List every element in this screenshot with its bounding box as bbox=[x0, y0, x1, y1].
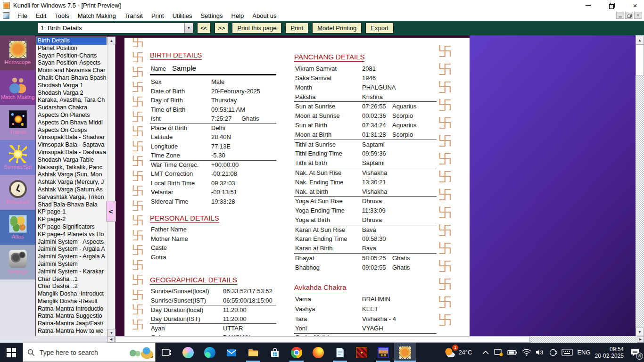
menu-item[interactable]: Transit bbox=[120, 12, 147, 19]
display-sync-button[interactable] bbox=[494, 348, 503, 357]
clock[interactable]: 09:54 20-02-2025 bbox=[595, 346, 624, 359]
store-button[interactable] bbox=[264, 343, 286, 362]
list-item[interactable]: KP page-2 bbox=[36, 216, 107, 223]
wifi-button[interactable] bbox=[522, 349, 531, 356]
list-item[interactable]: Vimsopak Bala - Shadvar bbox=[36, 134, 107, 141]
list-item[interactable]: Jaimini System - Argala A bbox=[36, 253, 107, 261]
list-item[interactable]: KP page-4 Planets vs Ho bbox=[36, 231, 107, 239]
file-explorer-button[interactable] bbox=[242, 343, 264, 362]
menu-item[interactable]: Utilities bbox=[168, 12, 197, 19]
list-item[interactable]: Jaimini System - Karakar bbox=[36, 268, 107, 276]
list-item[interactable]: Shodash Varga 1 bbox=[36, 82, 107, 90]
copilot-button[interactable] bbox=[177, 343, 199, 362]
list-item[interactable]: Birth Details bbox=[36, 37, 107, 45]
sidebar-item[interactable]: Settings bbox=[0, 245, 35, 280]
list-item[interactable]: Ratna-Mantra Jaap/Fast/ bbox=[36, 320, 107, 328]
battery-button[interactable] bbox=[507, 350, 518, 355]
list-item[interactable]: Ratna-Mantra Suggestio bbox=[36, 313, 107, 320]
list-item[interactable]: Sayan Position-Charts bbox=[36, 52, 107, 60]
search-input[interactable]: Type here to search bbox=[23, 343, 156, 362]
tray-overflow-button[interactable] bbox=[482, 350, 489, 355]
scroll-down-icon[interactable]: ▼ bbox=[107, 329, 116, 337]
sidebar-item[interactable]: Atlas bbox=[0, 210, 35, 245]
minimize-button[interactable] bbox=[583, 1, 593, 9]
list-item[interactable]: Ratna-Mantra Introductio bbox=[36, 305, 107, 313]
menu-item[interactable]: File bbox=[13, 12, 32, 19]
scroll-up-icon[interactable]: ▲ bbox=[107, 37, 116, 44]
toolbar-button[interactable]: Print bbox=[285, 23, 308, 33]
list-item[interactable]: Manglik Dosha -Introduct bbox=[36, 290, 107, 298]
list-item[interactable]: Char Dasha ..2 bbox=[36, 283, 107, 290]
vertical-scrollbar[interactable]: ▲ ▼ bbox=[636, 35, 644, 336]
scroll-left-icon[interactable]: ◀ bbox=[107, 336, 115, 343]
list-scrollbar[interactable]: ▲ ▼ < bbox=[107, 37, 115, 337]
list-item[interactable]: Aspects On Cusps bbox=[36, 127, 107, 134]
list-item[interactable]: Ashtak Varga (Sun, Moo bbox=[36, 171, 107, 179]
kundli6-button[interactable]: 6.0 bbox=[372, 343, 394, 362]
list-item[interactable]: Shodash Varga 2 bbox=[36, 90, 107, 97]
dropdown-arrow-icon[interactable]: ▼ bbox=[184, 23, 193, 33]
list-item[interactable]: Ashtak Varga (Saturn,As bbox=[36, 186, 107, 194]
volume-button[interactable] bbox=[536, 349, 545, 356]
notepad-button[interactable] bbox=[329, 343, 351, 362]
sidebar-item[interactable]: Horoscope bbox=[0, 35, 35, 70]
list-item[interactable]: Vimsopak Bala - Dashava bbox=[36, 149, 107, 156]
collapse-panel-button[interactable]: < bbox=[106, 201, 116, 222]
toolbar-button[interactable]: Model Printing bbox=[312, 23, 362, 33]
list-item[interactable]: Sayan Position-Aspects bbox=[36, 59, 107, 67]
previous-page-button[interactable]: << bbox=[197, 23, 211, 33]
list-item[interactable]: Jaimini System - Aspects bbox=[36, 239, 107, 246]
page-selector[interactable]: 1: Birth Details ▼ bbox=[38, 23, 193, 33]
list-item[interactable]: Jaimini System - Argala A bbox=[36, 246, 107, 253]
scroll-down-icon[interactable]: ▼ bbox=[636, 328, 644, 336]
menu-item[interactable]: Tools bbox=[50, 12, 73, 19]
list-item[interactable]: Jaimini System bbox=[36, 261, 107, 268]
kundli-active-app-button[interactable] bbox=[394, 343, 416, 362]
mdi-minimize-button[interactable] bbox=[616, 12, 624, 19]
toolbar-button[interactable]: Print this page bbox=[232, 23, 281, 33]
menu-item[interactable]: Match Making bbox=[74, 12, 120, 19]
notification-center-button[interactable]: 8 bbox=[628, 346, 642, 360]
weather-button[interactable]: 1 24°C bbox=[444, 346, 472, 359]
list-item[interactable]: Karaka, Avastha, Tara Ch bbox=[36, 97, 107, 104]
list-item[interactable]: Planet Position bbox=[36, 45, 107, 52]
edge-button[interactable] bbox=[199, 343, 221, 362]
language-indicator[interactable]: ENG bbox=[577, 349, 590, 356]
list-item[interactable]: Aspects On Planets bbox=[36, 112, 107, 119]
list-item[interactable]: Moon and Navamsa Char bbox=[36, 67, 107, 74]
kundli-red-button[interactable] bbox=[351, 343, 372, 362]
menu-item[interactable]: Edit bbox=[32, 12, 50, 19]
mdi-restore-button[interactable] bbox=[625, 12, 633, 19]
chrome-button[interactable] bbox=[286, 343, 307, 362]
mail-button[interactable] bbox=[221, 343, 242, 362]
menu-item[interactable]: About us bbox=[248, 12, 281, 19]
horizontal-scroll-thumb[interactable] bbox=[115, 336, 530, 343]
sidebar-item[interactable]: Transit bbox=[0, 105, 35, 140]
menu-item[interactable]: Print bbox=[147, 12, 168, 19]
toolbar-button[interactable]: Export bbox=[365, 23, 394, 33]
list-item[interactable]: Manglik Dosha -Result bbox=[36, 298, 107, 305]
start-button[interactable] bbox=[0, 343, 23, 362]
restore-button[interactable] bbox=[606, 1, 617, 9]
scroll-up-icon[interactable]: ▲ bbox=[636, 36, 644, 44]
list-item[interactable]: Sudarshan Chakra bbox=[36, 104, 107, 112]
list-item[interactable]: Aspects On Bhava Middl bbox=[36, 119, 107, 127]
list-item[interactable]: Naisargik, Tatkalik, Panc bbox=[36, 164, 107, 172]
sidebar-item[interactable]: Sunrise/Set bbox=[0, 140, 35, 175]
menu-item[interactable]: Help bbox=[227, 12, 248, 19]
list-item[interactable]: Shad Bala-Bhava Bala bbox=[36, 201, 107, 209]
list-item[interactable]: Char Dasha ..1 bbox=[36, 276, 107, 283]
vertical-scroll-thumb[interactable] bbox=[636, 44, 644, 75]
sidebar-item[interactable]: Rahukaal bbox=[0, 175, 35, 210]
list-item[interactable]: Sarvashtak Varga, Trikon bbox=[36, 194, 107, 201]
scroll-right-icon[interactable]: ▶ bbox=[637, 336, 644, 343]
close-button[interactable]: × bbox=[630, 1, 640, 9]
list-item[interactable]: Ashtak Varga (Mercury, J bbox=[36, 179, 107, 186]
mdi-close-button[interactable]: × bbox=[634, 12, 642, 19]
list-item[interactable]: Vimsopak Bala - Saptava bbox=[36, 141, 107, 149]
list-item[interactable]: KP page-1 bbox=[36, 208, 107, 216]
next-page-button[interactable]: >> bbox=[215, 23, 228, 33]
list-item[interactable]: Chalit Chart-Bhava Spash bbox=[36, 74, 107, 82]
sidebar-item[interactable]: Match Making bbox=[0, 70, 35, 105]
list-item[interactable]: Ratna-Mantra How to we bbox=[36, 328, 107, 335]
